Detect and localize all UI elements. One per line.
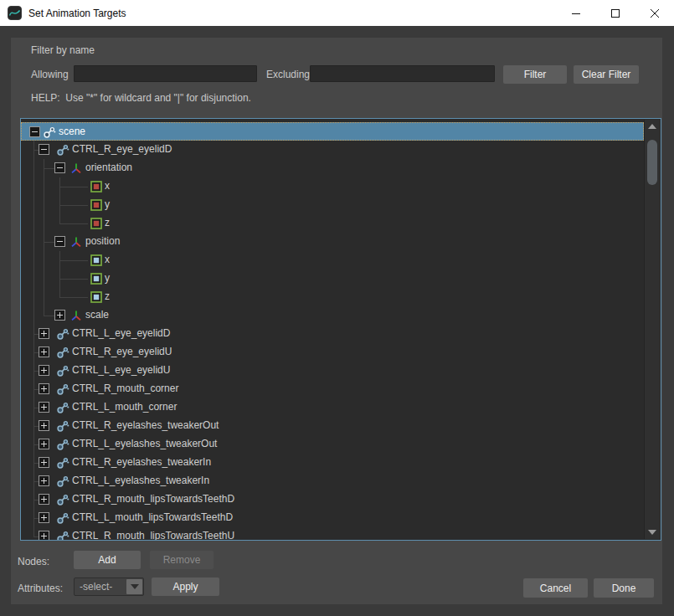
tree-row-label: CTRL_R_mouth_lipsTowardsTeethU xyxy=(72,527,234,540)
help-label: HELP: xyxy=(31,92,60,104)
tree-expander-minus[interactable] xyxy=(54,236,65,247)
tree-row-label: y xyxy=(105,196,110,213)
tree-expander-plus[interactable] xyxy=(39,420,49,431)
done-button[interactable]: Done xyxy=(594,578,654,598)
node-icon-wrap xyxy=(69,309,83,322)
tree-row[interactable]: y xyxy=(21,196,644,214)
tree-scrollbar xyxy=(644,120,660,539)
tree-row[interactable]: CTRL_L_eyelashes_tweakerIn xyxy=(21,472,644,490)
tree-row-label: position xyxy=(85,233,120,250)
tree-row-label: CTRL_L_eye_eyelidU xyxy=(72,362,170,379)
tree-row[interactable]: scene xyxy=(21,122,644,141)
tree-expander-plus[interactable] xyxy=(39,531,49,540)
tree-row[interactable]: z xyxy=(21,214,644,233)
tree-expander-plus[interactable] xyxy=(39,512,49,523)
tree-row[interactable]: position xyxy=(21,233,644,251)
axis-tripod-icon xyxy=(69,235,83,249)
tree-expander-plus[interactable] xyxy=(39,439,49,449)
tree-expander-plus[interactable] xyxy=(39,475,49,486)
node-icon-wrap xyxy=(69,162,83,175)
scroll-down-button[interactable] xyxy=(645,526,660,539)
tree-expander-minus[interactable] xyxy=(29,126,40,137)
node-icon-wrap xyxy=(56,143,69,157)
tree-row-label: z xyxy=(105,214,110,232)
tree-row[interactable]: x xyxy=(21,177,644,196)
node-icon-wrap xyxy=(90,254,102,266)
animation-targets-tree: scene CTRL_R_eye_eyelidD orientation x y… xyxy=(20,118,661,541)
animation-curve-app-icon xyxy=(8,6,22,20)
tree-row[interactable]: z xyxy=(21,288,644,306)
joint-icon xyxy=(56,346,69,359)
tree-row-label: x xyxy=(105,177,110,195)
add-nodes-button[interactable]: Add xyxy=(74,551,141,569)
tree-expander-plus[interactable] xyxy=(54,310,65,321)
node-icon-wrap xyxy=(90,199,102,211)
tree-row-label: orientation xyxy=(85,159,132,177)
remove-nodes-button[interactable]: Remove xyxy=(150,551,214,569)
filter-section-label: Filter by name xyxy=(31,44,95,56)
joint-icon xyxy=(56,401,69,414)
tree-row[interactable]: CTRL_L_eye_eyelidU xyxy=(21,362,644,380)
tree-row[interactable]: CTRL_L_eye_eyelidD xyxy=(21,325,644,343)
close-button[interactable] xyxy=(635,0,674,26)
tree-expander-minus[interactable] xyxy=(39,144,49,155)
tree-expander-plus[interactable] xyxy=(39,457,49,468)
tree-row[interactable]: x xyxy=(21,251,644,270)
attribute-icon xyxy=(90,291,102,303)
tree-expander-plus[interactable] xyxy=(39,494,49,505)
maximize-button[interactable] xyxy=(595,0,635,26)
node-icon-wrap xyxy=(56,475,69,488)
tree-row-label: y xyxy=(105,270,110,287)
tree-row[interactable]: CTRL_R_eyelashes_tweakerOut xyxy=(21,417,644,435)
excluding-label: Excluding xyxy=(266,69,310,80)
attributes-select-dropdown[interactable]: -select- xyxy=(74,578,144,596)
filter-button[interactable]: Filter xyxy=(503,65,567,84)
minimize-button[interactable] xyxy=(556,0,595,26)
attribute-icon xyxy=(90,181,102,192)
node-icon-wrap xyxy=(56,401,69,414)
joint-icon xyxy=(56,364,69,377)
scroll-thumb[interactable] xyxy=(647,140,657,185)
tree-expander-plus[interactable] xyxy=(39,346,49,357)
tree-row[interactable]: CTRL_R_mouth_lipsTowardsTeethD xyxy=(21,490,644,509)
tree-row[interactable]: scale xyxy=(21,306,644,325)
clear-filter-button[interactable]: Clear Filter xyxy=(574,65,639,84)
joint-icon xyxy=(56,143,69,157)
tree-row[interactable]: CTRL_R_mouth_lipsTowardsTeethU xyxy=(21,527,644,540)
allowing-input[interactable] xyxy=(74,65,257,82)
tree-row[interactable]: CTRL_R_eyelashes_tweakerIn xyxy=(21,454,644,472)
scroll-up-button[interactable] xyxy=(645,120,660,133)
tree-row-label: CTRL_R_mouth_corner xyxy=(72,380,178,398)
tree-row[interactable]: CTRL_L_mouth_corner xyxy=(21,398,644,417)
tree-expander-minus[interactable] xyxy=(54,162,65,173)
tree-row-label: x xyxy=(105,251,110,269)
tree-expander-plus[interactable] xyxy=(39,328,49,339)
tree-expander-plus[interactable] xyxy=(39,365,49,376)
node-icon-wrap xyxy=(56,456,69,470)
node-icon-wrap xyxy=(56,493,69,506)
joint-icon xyxy=(56,456,69,470)
tree-row[interactable]: CTRL_L_eyelashes_tweakerOut xyxy=(21,435,644,454)
excluding-input[interactable] xyxy=(310,65,495,82)
cancel-button[interactable]: Cancel xyxy=(523,578,588,598)
joint-icon xyxy=(43,126,56,139)
tree-row[interactable]: CTRL_R_mouth_corner xyxy=(21,380,644,398)
apply-attributes-button[interactable]: Apply xyxy=(152,578,219,596)
tree-row[interactable]: y xyxy=(21,270,644,288)
joint-icon xyxy=(56,475,69,488)
node-icon-wrap xyxy=(90,291,102,303)
tree-row[interactable]: CTRL_R_eye_eyelidD xyxy=(21,141,644,159)
attributes-select-value: -select- xyxy=(75,581,126,593)
tree-row-label: CTRL_R_eye_eyelidD xyxy=(72,141,172,158)
titlebar: Set Animation Targets xyxy=(0,0,674,26)
tree-row-label: CTRL_L_eyelashes_tweakerOut xyxy=(72,435,217,453)
node-icon-wrap xyxy=(56,327,69,341)
tree-row[interactable]: CTRL_L_mouth_lipsTowardsTeethD xyxy=(21,509,644,527)
tree-row-label: CTRL_R_eyelashes_tweakerIn xyxy=(72,454,211,471)
allowing-label: Allowing xyxy=(31,69,69,80)
node-icon-wrap xyxy=(56,364,69,377)
tree-expander-plus[interactable] xyxy=(39,402,49,413)
tree-row[interactable]: CTRL_R_eye_eyelidU xyxy=(21,343,644,362)
tree-expander-plus[interactable] xyxy=(39,383,49,394)
tree-row[interactable]: orientation xyxy=(21,159,644,177)
